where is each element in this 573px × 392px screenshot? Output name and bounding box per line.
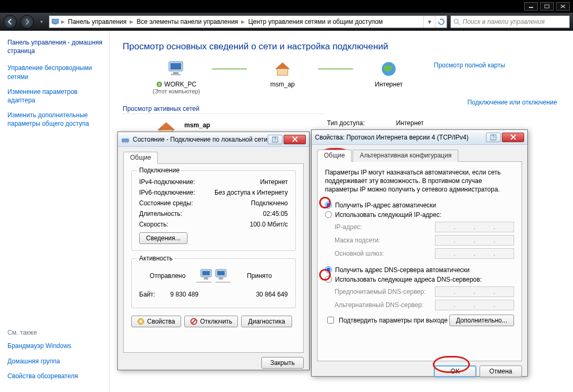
breadcrumb-item[interactable]: Центр управления сетями и общим доступом xyxy=(245,18,386,25)
sidebar-link-firewall[interactable]: Брандмауэр Windows xyxy=(7,342,104,350)
dialog-title: Состояние - Подключение по локальной сет… xyxy=(133,136,268,143)
bytes-sent: 9 830 489 xyxy=(155,291,213,298)
svg-line-7 xyxy=(458,23,460,25)
sidebar-link-adapter[interactable]: Изменение параметров адаптера xyxy=(7,88,104,104)
page-title: Просмотр основных сведений о сети и наст… xyxy=(123,41,560,52)
back-button[interactable] xyxy=(3,15,17,29)
diagnose-button[interactable]: Диагностика xyxy=(241,316,292,327)
ipv4-value: Интернет xyxy=(260,178,288,186)
node-net-label: Интернет xyxy=(354,81,423,88)
dns2-field: ... xyxy=(435,300,514,310)
properties-button[interactable]: Свойства xyxy=(131,316,181,327)
network-adapter-icon xyxy=(121,135,130,144)
dialog-titlebar[interactable]: Состояние - Подключение по локальной сет… xyxy=(118,132,309,147)
svg-rect-26 xyxy=(204,277,208,280)
breadcrumb-item[interactable]: Панель управления xyxy=(65,18,130,25)
sidebar-link-sharing[interactable]: Изменить дополнительные параметры общего… xyxy=(7,111,104,128)
group-activity: Активность xyxy=(137,255,175,262)
active-networks-header: Просмотр активных сетей xyxy=(123,105,324,114)
recv-label: Принято xyxy=(231,272,288,280)
cancel-button[interactable]: Отмена xyxy=(480,365,522,377)
address-bar[interactable]: ▶ Панель управления ▶ Все элементы панел… xyxy=(49,15,447,28)
svg-rect-0 xyxy=(529,7,533,8)
group-connection: Подключение xyxy=(137,167,182,174)
dialog-title: Свойства: Протокол Интернета версии 4 (T… xyxy=(315,134,468,141)
sidebar-link-homegroup[interactable]: Домашняя группа xyxy=(7,357,104,365)
chevron-right-icon: ▶ xyxy=(61,19,65,24)
minimize-button[interactable] xyxy=(524,2,538,11)
tab-general[interactable]: Общие xyxy=(317,150,352,162)
speed-value: 100.0 Мбит/с xyxy=(250,221,288,228)
window-titlebar xyxy=(0,0,573,13)
bytes-recv: 30 864 649 xyxy=(229,291,288,298)
help-button[interactable]: ? xyxy=(486,133,501,142)
radio-ip-manual-input[interactable] xyxy=(325,211,332,218)
svg-rect-28 xyxy=(217,271,225,275)
history-dropdown[interactable]: ▾ xyxy=(37,16,46,27)
tab-general[interactable]: Общие xyxy=(123,152,158,164)
dialog-close-button[interactable] xyxy=(502,133,524,142)
refresh-button[interactable] xyxy=(435,16,447,28)
ipv4-label: IPv4-подключение: xyxy=(139,178,195,186)
sidebar-link-ieopts[interactable]: Свойства обозревателя xyxy=(7,372,104,380)
media-value: Подключено xyxy=(251,199,288,207)
svg-rect-9 xyxy=(170,63,181,69)
ipv6-value: Без доступа к Интернету xyxy=(215,189,288,196)
svg-rect-4 xyxy=(52,19,58,23)
advanced-button[interactable]: Дополнительно... xyxy=(449,315,514,326)
sidebar-link-wireless[interactable]: Управление беспроводными сетями xyxy=(7,64,104,81)
validate-checkbox-row[interactable]: Подтвердить параметры при выходе xyxy=(325,315,448,325)
validate-checkbox[interactable] xyxy=(327,317,334,324)
radio-ip-auto[interactable]: Получить IP-адрес автоматически xyxy=(325,202,514,209)
computer-icon xyxy=(142,59,211,79)
svg-point-33 xyxy=(140,320,142,323)
ip-address-label: IP-адрес: xyxy=(335,223,435,231)
svg-rect-10 xyxy=(173,72,178,74)
activity-icon xyxy=(196,266,231,285)
radio-dns-auto[interactable]: Получить адрес DNS-сервера автоматически xyxy=(325,266,514,274)
forward-button[interactable] xyxy=(20,15,34,29)
subnet-mask-label: Маска подсети: xyxy=(335,237,435,244)
link-line xyxy=(211,59,248,79)
node-pc-label: WORK_PC xyxy=(142,81,211,88)
ok-button[interactable]: OK xyxy=(434,365,476,377)
svg-text:?: ? xyxy=(492,135,495,141)
svg-rect-16 xyxy=(122,139,129,142)
close-button[interactable] xyxy=(556,2,570,11)
svg-line-35 xyxy=(192,319,196,324)
duration-value: 02:45:05 xyxy=(263,210,288,217)
help-button[interactable]: ? xyxy=(268,135,283,144)
svg-text:?: ? xyxy=(273,137,277,143)
svg-rect-29 xyxy=(219,277,223,280)
breadcrumb-item[interactable]: Все элементы панели управления xyxy=(133,18,241,25)
dialog-titlebar[interactable]: Свойства: Протокол Интернета версии 4 (T… xyxy=(312,130,527,145)
network-center-icon xyxy=(49,16,61,28)
details-button[interactable]: Сведения... xyxy=(139,232,187,244)
tab-alternate[interactable]: Альтернативная конфигурация xyxy=(353,150,458,162)
sidebar-home[interactable]: Панель управления - домашняя страница xyxy=(7,38,104,55)
radio-ip-auto-input[interactable] xyxy=(325,202,332,208)
view-full-map-link[interactable]: Просмотр полной карты xyxy=(434,62,505,94)
disable-button[interactable]: Отключить xyxy=(184,316,238,327)
sidebar-seealso-title: См. также xyxy=(7,329,104,336)
radio-dns-auto-input[interactable] xyxy=(325,266,332,273)
dns2-label: Альтернативный DNS-сервер: xyxy=(335,301,435,309)
connect-disconnect-link[interactable]: Подключение или отключение xyxy=(467,99,557,106)
search-input[interactable]: Поиск в панели управления xyxy=(450,15,570,28)
globe-icon xyxy=(354,59,423,79)
sidebar: Панель управления - домашняя страница Уп… xyxy=(0,31,110,392)
radio-dns-manual-input[interactable] xyxy=(325,276,332,283)
close-button[interactable]: Закрыть xyxy=(261,357,304,369)
ipv4-description: Параметры IP могут назначаться автоматич… xyxy=(325,168,514,194)
radio-ip-manual[interactable]: Использовать следующий IP-адрес: xyxy=(325,211,514,219)
maximize-button[interactable] xyxy=(540,2,554,11)
radio-dns-manual[interactable]: Использовать следующие адреса DNS-сервер… xyxy=(325,276,514,283)
dialog-close-button[interactable] xyxy=(284,135,306,144)
subnet-mask-field: ... xyxy=(435,235,514,246)
dns1-label: Предпочитаемый DNS-сервер: xyxy=(335,288,435,295)
duration-label: Длительность: xyxy=(139,210,182,217)
address-dropdown[interactable]: ▾ xyxy=(423,16,435,28)
gateway-field: ... xyxy=(435,248,514,259)
connection-status-dialog: Состояние - Подключение по локальной сет… xyxy=(117,132,310,370)
bytes-label: Байт: xyxy=(139,291,155,298)
